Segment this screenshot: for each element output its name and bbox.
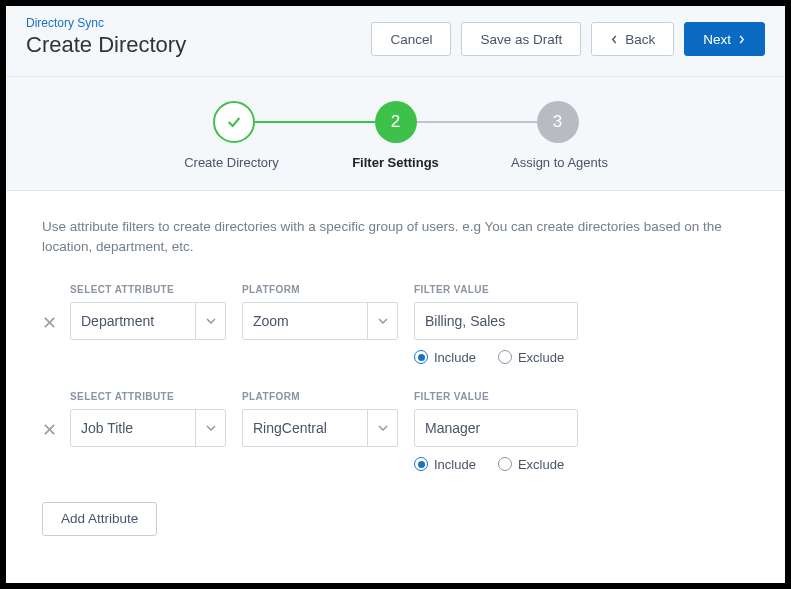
platform-value: RingCentral bbox=[253, 420, 327, 436]
step-3-label: Assign to Agents bbox=[478, 155, 642, 170]
radio-dot-icon bbox=[414, 350, 428, 364]
include-label: Include bbox=[434, 350, 476, 365]
chevron-down-icon bbox=[195, 303, 225, 339]
stepper: 2 3 Create Directory Filter Settings Ass… bbox=[6, 77, 785, 191]
remove-filter-icon[interactable]: ✕ bbox=[42, 420, 57, 440]
connector-1-2 bbox=[255, 121, 375, 123]
next-button[interactable]: Next bbox=[684, 22, 765, 56]
step-2-label: Filter Settings bbox=[314, 155, 478, 170]
step-1-label: Create Directory bbox=[150, 155, 314, 170]
chevron-down-icon bbox=[367, 410, 397, 446]
step-3-circle[interactable]: 3 bbox=[537, 101, 579, 143]
radio-dot-icon bbox=[498, 350, 512, 364]
attribute-value: Department bbox=[81, 313, 154, 329]
filter-fields: SELECT ATTRIBUTE Department PLATFORM Zoo… bbox=[70, 284, 578, 365]
attribute-field: SELECT ATTRIBUTE Job Title bbox=[70, 391, 226, 472]
attribute-label: SELECT ATTRIBUTE bbox=[70, 391, 226, 402]
exclude-radio[interactable]: Exclude bbox=[498, 457, 564, 472]
check-icon bbox=[226, 114, 242, 130]
header-left: Directory Sync Create Directory bbox=[26, 16, 371, 58]
attribute-value: Job Title bbox=[81, 420, 133, 436]
step-2-circle[interactable]: 2 bbox=[375, 101, 417, 143]
attribute-select[interactable]: Department bbox=[70, 302, 226, 340]
radio-dot-icon bbox=[498, 457, 512, 471]
page-title: Create Directory bbox=[26, 32, 371, 58]
save-draft-button[interactable]: Save as Draft bbox=[461, 22, 581, 56]
header: Directory Sync Create Directory Cancel S… bbox=[6, 6, 785, 77]
remove-col: ✕ bbox=[42, 284, 70, 333]
chevron-right-icon bbox=[737, 35, 746, 44]
back-button[interactable]: Back bbox=[591, 22, 674, 56]
platform-select[interactable]: RingCentral bbox=[242, 409, 398, 447]
description-text: Use attribute filters to create director… bbox=[42, 217, 749, 258]
app-window: Directory Sync Create Directory Cancel S… bbox=[6, 6, 785, 583]
platform-label: PLATFORM bbox=[242, 391, 398, 402]
mode-radios: Include Exclude bbox=[414, 350, 578, 365]
radio-dot-icon bbox=[414, 457, 428, 471]
add-attribute-button[interactable]: Add Attribute bbox=[42, 502, 157, 536]
attribute-label: SELECT ATTRIBUTE bbox=[70, 284, 226, 295]
cancel-button[interactable]: Cancel bbox=[371, 22, 451, 56]
include-label: Include bbox=[434, 457, 476, 472]
filter-row: ✕ SELECT ATTRIBUTE Department PLATFORM Z… bbox=[42, 284, 749, 365]
content: Use attribute filters to create director… bbox=[6, 191, 785, 562]
attribute-field: SELECT ATTRIBUTE Department bbox=[70, 284, 226, 365]
chevron-down-icon bbox=[195, 410, 225, 446]
stepper-labels: Create Directory Filter Settings Assign … bbox=[6, 155, 785, 170]
connector-2-3 bbox=[417, 121, 537, 123]
filter-value-input[interactable] bbox=[414, 409, 578, 447]
header-actions: Cancel Save as Draft Back Next bbox=[371, 22, 765, 56]
filter-value-label: FILTER VALUE bbox=[414, 391, 578, 402]
include-radio[interactable]: Include bbox=[414, 457, 476, 472]
exclude-label: Exclude bbox=[518, 457, 564, 472]
remove-col: ✕ bbox=[42, 391, 70, 440]
breadcrumb[interactable]: Directory Sync bbox=[26, 16, 371, 30]
exclude-label: Exclude bbox=[518, 350, 564, 365]
filter-fields: SELECT ATTRIBUTE Job Title PLATFORM Ring… bbox=[70, 391, 578, 472]
chevron-down-icon bbox=[367, 303, 397, 339]
filter-value-input[interactable] bbox=[414, 302, 578, 340]
exclude-radio[interactable]: Exclude bbox=[498, 350, 564, 365]
platform-label: PLATFORM bbox=[242, 284, 398, 295]
step-1-circle[interactable] bbox=[213, 101, 255, 143]
attribute-select[interactable]: Job Title bbox=[70, 409, 226, 447]
chevron-left-icon bbox=[610, 35, 619, 44]
remove-filter-icon[interactable]: ✕ bbox=[42, 313, 57, 333]
platform-field: PLATFORM RingCentral bbox=[242, 391, 398, 472]
filter-value-label: FILTER VALUE bbox=[414, 284, 578, 295]
mode-radios: Include Exclude bbox=[414, 457, 578, 472]
filter-value-field: FILTER VALUE Include Exclude bbox=[414, 284, 578, 365]
add-attribute-wrap: Add Attribute bbox=[42, 502, 749, 536]
filter-row: ✕ SELECT ATTRIBUTE Job Title PLATFORM Ri… bbox=[42, 391, 749, 472]
filter-value-field: FILTER VALUE Include Exclude bbox=[414, 391, 578, 472]
platform-field: PLATFORM Zoom bbox=[242, 284, 398, 365]
platform-select[interactable]: Zoom bbox=[242, 302, 398, 340]
platform-value: Zoom bbox=[253, 313, 289, 329]
stepper-row: 2 3 bbox=[6, 101, 785, 143]
next-label: Next bbox=[703, 32, 731, 47]
include-radio[interactable]: Include bbox=[414, 350, 476, 365]
back-label: Back bbox=[625, 32, 655, 47]
